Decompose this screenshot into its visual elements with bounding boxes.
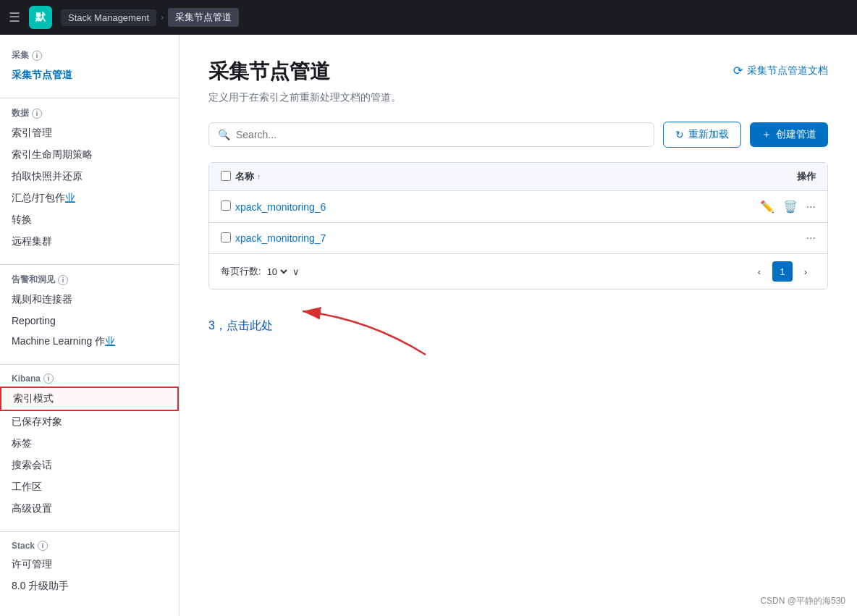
row-1-edit-icon[interactable]: ✏️ — [760, 200, 774, 214]
stack-info-icon[interactable]: i — [38, 541, 48, 551]
table-header-name[interactable]: 名称 ↑ — [235, 170, 797, 183]
table-row: xpack_monitoring_7 ··· — [209, 223, 827, 254]
main-content: 采集节点管道 ⟳ 采集节点管道文档 定义用于在索引之前重新处理文档的管道。 🔍 … — [180, 35, 857, 616]
rows-per-page-label: 每页行数: — [221, 265, 261, 278]
hamburger-icon[interactable]: ☰ — [9, 9, 20, 25]
search-wrapper: 🔍 — [208, 122, 654, 147]
select-all-checkbox[interactable] — [221, 171, 231, 181]
sidebar-section-kibana: Kibana i 索引模式 已保存对象 标签 搜索会话 工作区 高级设置 — [0, 371, 179, 520]
search-icon: 🔍 — [218, 129, 230, 140]
sidebar-section-label-alerts: 告警和洞见 i — [0, 271, 179, 289]
create-button[interactable]: ＋ 创建管道 — [750, 122, 828, 147]
rows-per-page-select[interactable]: 10 25 50 — [264, 266, 290, 278]
row-1-checkbox[interactable] — [221, 201, 231, 211]
row-1-checkbox-cell — [221, 201, 235, 213]
next-page-button[interactable]: › — [795, 261, 816, 282]
sidebar-item-index-patterns[interactable]: 索引模式 — [0, 387, 179, 411]
page-header: 采集节点管道 ⟳ 采集节点管道文档 — [208, 58, 828, 85]
row-2-checkbox[interactable] — [221, 232, 231, 242]
sidebar-section-label-kibana: Kibana i — [0, 371, 179, 387]
sidebar-item-upgrade-assistant[interactable]: 8.0 升级助手 — [0, 575, 179, 597]
divider-2 — [0, 264, 179, 265]
sidebar-section-label-data: 数据 i — [0, 104, 179, 122]
table-header-actions: 操作 — [797, 170, 816, 183]
create-label: 创建管道 — [776, 128, 816, 141]
toolbar: 🔍 ↻ 重新加载 ＋ 创建管道 — [208, 122, 828, 148]
sidebar-item-ingest-pipelines[interactable]: 采集节点管道 — [0, 64, 179, 86]
breadcrumb-separator: › — [161, 12, 164, 22]
annotation-text: 3，点击此处 — [208, 319, 273, 332]
header-checkbox-cell — [221, 171, 235, 183]
sidebar-item-rollup[interactable]: 汇总/打包作业 — [0, 187, 179, 209]
table-header: 名称 ↑ 操作 — [209, 163, 827, 191]
sidebar-item-snapshot[interactable]: 拍取快照并还原 — [0, 166, 179, 187]
create-icon: ＋ — [761, 128, 772, 141]
data-info-icon[interactable]: i — [32, 109, 42, 119]
main-layout: 采集 i 采集节点管道 数据 i 索引管理 索引生命周期策略 拍取快照并还原 汇… — [0, 35, 857, 616]
row-2-name[interactable]: xpack_monitoring_7 — [235, 232, 806, 244]
top-bar: ☰ 默 Stack Management › 采集节点管道 — [0, 0, 857, 35]
doc-link[interactable]: ⟳ 采集节点管道文档 — [733, 64, 828, 77]
row-1-more-icon[interactable]: ··· — [806, 201, 816, 214]
sidebar: 采集 i 采集节点管道 数据 i 索引管理 索引生命周期策略 拍取快照并还原 汇… — [0, 35, 180, 616]
sidebar-item-search-sessions[interactable]: 搜索会话 — [0, 455, 179, 476]
row-1-delete-icon[interactable]: 🗑️ — [783, 200, 798, 214]
sort-icon[interactable]: ↑ — [257, 172, 261, 181]
sidebar-item-transforms[interactable]: 转换 — [0, 209, 179, 231]
row-1-actions: ✏️ 🗑️ ··· — [760, 200, 816, 214]
table-footer: 每页行数: 10 25 50 ∨ ‹ 1 › — [209, 254, 827, 289]
reload-icon: ↻ — [675, 129, 684, 140]
divider-3 — [0, 364, 179, 365]
divider-1 — [0, 98, 179, 98]
sidebar-item-workspaces[interactable]: 工作区 — [0, 476, 179, 498]
alerts-info-icon[interactable]: i — [58, 275, 68, 285]
pagination: ‹ 1 › — [749, 261, 816, 282]
row-2-more-icon[interactable]: ··· — [806, 232, 816, 245]
sidebar-section-label-stack: Stack i — [0, 538, 179, 554]
sidebar-section-data: 数据 i 索引管理 索引生命周期策略 拍取快照并还原 汇总/打包作业 转换 远程… — [0, 104, 179, 253]
sidebar-item-advanced-settings[interactable]: 高级设置 — [0, 498, 179, 520]
sidebar-item-index-management[interactable]: 索引管理 — [0, 122, 179, 144]
sidebar-item-rules-connectors[interactable]: 规则和连接器 — [0, 289, 179, 311]
col-name-label: 名称 — [235, 170, 254, 183]
sidebar-item-saved-objects[interactable]: 已保存对象 — [0, 411, 179, 433]
prev-page-button[interactable]: ‹ — [749, 261, 769, 282]
kibana-info-icon[interactable]: i — [43, 374, 54, 384]
annotation-area: 3，点击此处 — [208, 318, 828, 334]
sidebar-item-license-management[interactable]: 许可管理 — [0, 554, 179, 575]
divider-4 — [0, 531, 179, 532]
row-2-actions: ··· — [806, 232, 816, 245]
search-input[interactable] — [236, 129, 645, 140]
watermark: CSDN @平静的海530 — [760, 595, 845, 607]
rows-per-page: 每页行数: 10 25 50 ∨ — [221, 265, 300, 278]
doc-link-label: 采集节点管道文档 — [747, 64, 828, 77]
sidebar-section-stack: Stack i 许可管理 8.0 升级助手 — [0, 538, 179, 597]
sidebar-section-ingest: 采集 i 采集节点管道 — [0, 46, 179, 86]
dropdown-icon: ∨ — [292, 266, 300, 277]
breadcrumb-current: 采集节点管道 — [168, 8, 239, 27]
page-subtitle: 定义用于在索引之前重新处理文档的管道。 — [208, 91, 828, 104]
sidebar-item-tags[interactable]: 标签 — [0, 433, 179, 455]
ingest-info-icon[interactable]: i — [32, 51, 42, 61]
page-1-button[interactable]: 1 — [772, 261, 793, 282]
pipeline-table: 名称 ↑ 操作 xpack_monitoring_6 ✏️ 🗑️ ··· — [208, 162, 828, 290]
reload-label: 重新加载 — [688, 128, 729, 141]
app-logo: 默 — [29, 6, 52, 29]
reload-button[interactable]: ↻ 重新加载 — [663, 122, 741, 148]
sidebar-section-alerts: 告警和洞见 i 规则和连接器 Reporting Machine Learnin… — [0, 271, 179, 353]
doc-link-icon: ⟳ — [733, 64, 743, 77]
table-row: xpack_monitoring_6 ✏️ 🗑️ ··· — [209, 191, 827, 223]
sidebar-item-ml-jobs[interactable]: Machine Learning 作业 — [0, 331, 179, 353]
sidebar-item-index-lifecycle[interactable]: 索引生命周期策略 — [0, 144, 179, 166]
sidebar-item-remote-clusters[interactable]: 远程集群 — [0, 231, 179, 253]
sidebar-section-label-ingest: 采集 i — [0, 46, 179, 64]
sidebar-item-reporting[interactable]: Reporting — [0, 311, 179, 331]
annotation-arrow — [295, 304, 440, 362]
row-1-name[interactable]: xpack_monitoring_6 — [235, 201, 760, 213]
breadcrumb: Stack Management › 采集节点管道 — [61, 8, 239, 27]
breadcrumb-stack-management[interactable]: Stack Management — [61, 9, 156, 26]
row-2-checkbox-cell — [221, 232, 235, 245]
page-title: 采集节点管道 — [208, 58, 330, 85]
